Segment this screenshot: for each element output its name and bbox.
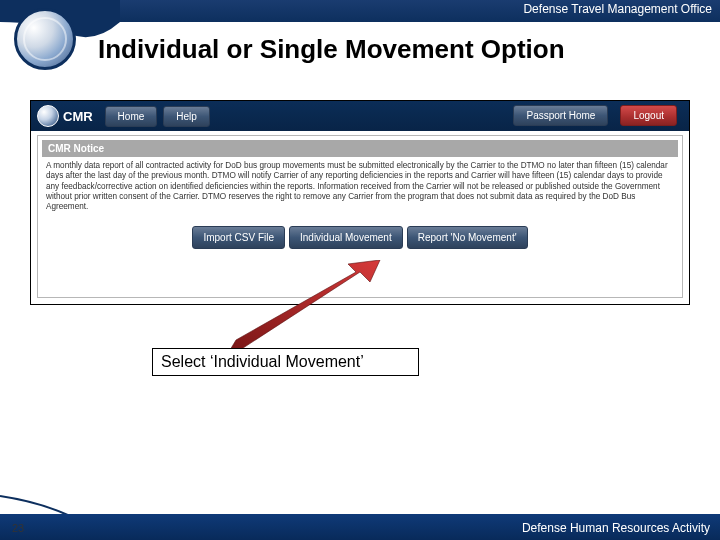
instruction-callout: Select ‘Individual Movement’: [152, 348, 419, 376]
footer-org-label: Defense Human Resources Activity: [522, 521, 710, 535]
logout-button[interactable]: Logout: [620, 105, 677, 126]
office-label: Defense Travel Management Office: [523, 2, 712, 16]
action-button-row: Import CSV File Individual Movement Repo…: [42, 226, 678, 249]
page-title: Individual or Single Movement Option: [98, 34, 708, 65]
dod-seal-small-icon: [37, 105, 59, 127]
report-no-movement-button[interactable]: Report 'No Movement': [407, 226, 528, 249]
slide-number: 23: [12, 522, 24, 534]
app-bar-right: Passport Home Logout: [513, 105, 683, 126]
import-csv-button[interactable]: Import CSV File: [192, 226, 285, 249]
individual-movement-button[interactable]: Individual Movement: [289, 226, 403, 249]
cmr-notice-heading: CMR Notice: [42, 140, 678, 157]
cmr-screenshot: CMR Home Help Passport Home Logout CMR N…: [30, 100, 690, 305]
dod-seal-icon: [14, 8, 76, 70]
cmr-app-bar: CMR Home Help Passport Home Logout: [31, 101, 689, 131]
cmr-content-panel: CMR Notice A monthly data report of all …: [37, 135, 683, 298]
title-area: Individual or Single Movement Option: [98, 34, 708, 65]
passport-home-button[interactable]: Passport Home: [513, 105, 608, 126]
cmr-notice-body: A monthly data report of all contracted …: [42, 157, 678, 220]
cmr-brand-label: CMR: [63, 109, 93, 124]
instruction-text: Select ‘Individual Movement’: [161, 353, 364, 370]
help-button[interactable]: Help: [163, 106, 210, 127]
home-button[interactable]: Home: [105, 106, 158, 127]
